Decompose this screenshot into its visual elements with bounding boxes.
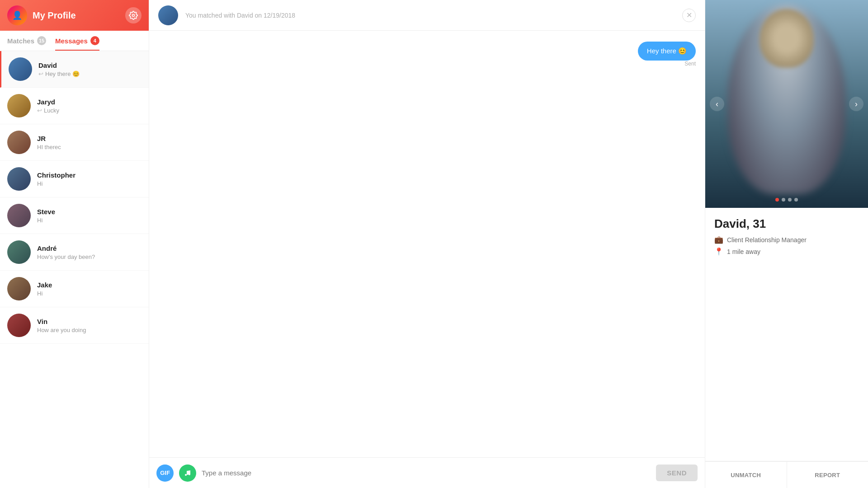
msg-content-jake: Jake Hi [37, 281, 142, 297]
avatar-christopher [7, 167, 31, 191]
profile-settings-icon[interactable] [125, 7, 142, 23]
conversation-jr[interactable]: JR HI therec [0, 124, 149, 161]
photo-prev-button[interactable]: ‹ [710, 97, 724, 111]
msg-content-andre: André How's your day been? [37, 244, 142, 260]
profile-distance: 📍 1 mile away [714, 247, 859, 256]
photo-dot-3[interactable] [788, 198, 792, 202]
conversation-david[interactable]: David ↩ Hey there 😊 [0, 51, 149, 88]
msg-preview-david: ↩ Hey there 😊 [38, 70, 142, 77]
conversation-steve[interactable]: Steve Hi [0, 197, 149, 234]
conversation-christopher[interactable]: Christopher Hi [0, 161, 149, 197]
profile-info: David, 31 💼 Client Relationship Manager … [705, 208, 868, 263]
msg-name-vin: Vin [37, 318, 142, 325]
tab-matches-label: Matches [7, 37, 34, 45]
msg-name-christopher: Christopher [37, 171, 142, 179]
conversations-list: David ↩ Hey there 😊 Jaryd ↩ Lucky [0, 51, 149, 488]
msg-preview-vin: How are you doing [37, 327, 142, 333]
sent-bubble: Hey there 😊 [638, 42, 696, 61]
msg-preview-jake: Hi [37, 290, 142, 297]
msg-content-david: David ↩ Hey there 😊 [38, 61, 142, 77]
tab-messages[interactable]: Messages 4 [55, 36, 99, 51]
conversation-andre[interactable]: André How's your day been? [0, 234, 149, 271]
msg-name-david: David [38, 61, 142, 69]
reply-arrow-david: ↩ [38, 70, 43, 77]
conversation-vin[interactable]: Vin How are you doing [0, 307, 149, 344]
match-text: You matched with David on 12/19/2018 [185, 12, 295, 19]
briefcase-icon: 💼 [714, 235, 723, 244]
msg-preview-andre: How's your day been? [37, 253, 142, 260]
tab-matches[interactable]: Matches 15 [7, 36, 46, 51]
report-button[interactable]: REPORT [787, 461, 868, 488]
profile-header: 👤 My Profile [0, 0, 149, 31]
tabs-bar: Matches 15 Messages 4 [0, 31, 149, 51]
msg-name-jaryd: Jaryd [37, 98, 142, 106]
avatar-andre [7, 240, 31, 264]
msg-content-jr: JR HI therec [37, 135, 142, 150]
reply-arrow-jaryd: ↩ [37, 107, 42, 114]
conversation-jake[interactable]: Jake Hi [0, 271, 149, 307]
conversation-jaryd[interactable]: Jaryd ↩ Lucky [0, 88, 149, 124]
avatar-david [9, 57, 32, 81]
unmatch-button[interactable]: UNMATCH [705, 461, 787, 488]
profile-title: My Profile [33, 10, 76, 21]
preview-text-david: Hey there [45, 70, 71, 77]
svg-point-2 [189, 473, 190, 475]
messages-badge: 4 [90, 36, 99, 45]
msg-name-jr: JR [37, 135, 142, 142]
matches-badge: 15 [37, 36, 46, 45]
avatar-jaryd [7, 94, 31, 117]
profile-photo: ‹ › [705, 0, 868, 208]
svg-point-1 [185, 474, 187, 476]
gif-button[interactable]: GIF [156, 465, 174, 482]
svg-point-0 [132, 14, 135, 17]
my-profile-avatar[interactable]: 👤 [7, 5, 27, 25]
close-chat-button[interactable]: ✕ [682, 9, 696, 22]
msg-preview-jaryd: ↩ Lucky [37, 107, 142, 114]
chat-area: You matched with David on 12/19/2018 ✕ H… [149, 0, 705, 488]
msg-name-andre: André [37, 244, 142, 252]
preview-text-jake: Hi [37, 290, 42, 297]
tab-messages-label: Messages [55, 37, 88, 45]
msg-name-steve: Steve [37, 208, 142, 216]
photo-dot-1[interactable] [775, 198, 779, 202]
msg-preview-jr: HI therec [37, 144, 142, 150]
chat-header: You matched with David on 12/19/2018 ✕ [149, 0, 705, 31]
message-input[interactable] [202, 469, 651, 477]
sent-label: Sent [684, 61, 696, 67]
job-title-text: Client Relationship Manager [727, 236, 807, 244]
preview-text-christopher: Hi [37, 180, 42, 187]
send-button[interactable]: SEND [656, 465, 698, 481]
msg-preview-steve: Hi [37, 217, 142, 224]
gif-label: GIF [160, 469, 170, 476]
chat-header-avatar [158, 5, 178, 25]
preview-text-vin: How are you doing [37, 327, 86, 333]
preview-text-jr: HI therec [37, 144, 61, 150]
location-icon: 📍 [714, 247, 723, 256]
photo-dot-4[interactable] [794, 198, 798, 202]
preview-text-andre: How's your day been? [37, 253, 95, 260]
music-button[interactable] [179, 465, 196, 482]
profile-header-left: 👤 My Profile [7, 5, 76, 25]
avatar-steve [7, 204, 31, 227]
profile-panel: ‹ › David, 31 💼 Client Relationship Mana… [705, 0, 868, 488]
chat-input-bar: GIF SEND [149, 457, 705, 488]
person-silhouette [705, 0, 868, 208]
emoji-david: 😊 [72, 70, 80, 77]
msg-name-jake: Jake [37, 281, 142, 289]
msg-preview-christopher: Hi [37, 180, 142, 187]
msg-content-jaryd: Jaryd ↩ Lucky [37, 98, 142, 114]
chat-messages: Hey there 😊 Sent [149, 31, 705, 457]
sent-message-row: Hey there 😊 Sent [158, 42, 696, 69]
photo-next-button[interactable]: › [849, 97, 863, 111]
avatar-vin [7, 314, 31, 337]
profile-name-age: David, 31 [714, 217, 859, 231]
preview-text-steve: Hi [37, 217, 42, 224]
person-head [760, 9, 814, 68]
photo-background [705, 0, 868, 208]
photo-dots [775, 198, 798, 202]
photo-dot-2[interactable] [782, 198, 785, 202]
msg-content-christopher: Christopher Hi [37, 171, 142, 187]
avatar-jake [7, 277, 31, 300]
profile-actions: UNMATCH REPORT [705, 461, 868, 488]
sidebar: 👤 My Profile Matches 15 Messages 4 David… [0, 0, 149, 488]
